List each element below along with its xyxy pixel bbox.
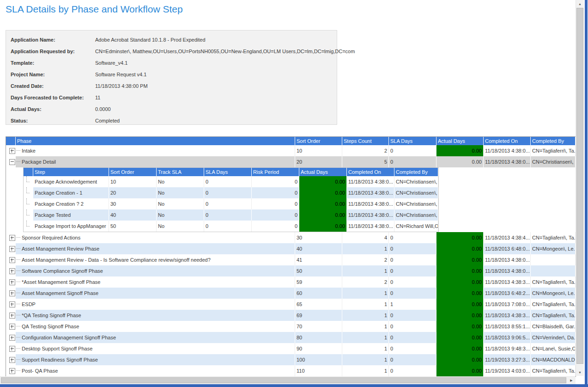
step-row[interactable]: Package Creation - 120No000.0011/18/2013… <box>24 187 438 198</box>
cell-sla-days: 0 <box>204 221 252 232</box>
expand-icon[interactable] <box>9 357 15 363</box>
expand-icon[interactable] <box>9 313 15 319</box>
tree-dots <box>16 282 20 283</box>
expand-icon[interactable] <box>9 257 15 263</box>
step-header-sort-order: Sort Order <box>109 168 157 176</box>
step-row[interactable]: Package Import to AppManager50No000.0011… <box>24 221 438 232</box>
info-row: Application Requested by:CN=Edminster\, … <box>6 45 337 57</box>
expand-icon[interactable] <box>9 368 15 374</box>
cell-actual-days: 0.00 <box>436 299 484 310</box>
step-row[interactable]: Package Creation ? 230No000.0011/18/2013… <box>24 198 438 209</box>
cell-phase: Configuration Management Signoff Phase <box>16 332 295 343</box>
expand-icon[interactable] <box>9 268 15 274</box>
cell-sort-order: 100 <box>295 354 342 365</box>
cell-completed-by: CN=Tagliaferri\, Ta.. <box>531 232 576 243</box>
phase-table-header: PhaseSort OrderSteps CountSLA DaysActual… <box>6 137 576 145</box>
expander-cell <box>6 276 16 288</box>
cell-phase: ESDP <box>16 299 295 310</box>
report-window: SLA Details by Phase and Workflow Step A… <box>0 0 588 387</box>
sla-table: PhaseSort OrderSteps CountSLA DaysActual… <box>6 136 576 377</box>
expand-icon[interactable] <box>9 279 15 285</box>
expand-icon[interactable] <box>9 246 15 252</box>
tree-branch-icon <box>24 221 30 232</box>
phase-row[interactable]: ESDP65110.0011/18/2013 7:08:0...CN=Tagli… <box>6 299 576 310</box>
cell-completed-on: 11/18/2013 8:55:1... <box>484 321 531 332</box>
cell-sla-days: 0 <box>389 332 436 343</box>
info-row: Created Date:11/18/2013 4:38:00 PM <box>6 80 337 92</box>
phase-row[interactable]: QA Testing Signoff Phase70100.0011/18/20… <box>6 321 576 332</box>
scroll-up-icon[interactable]: ▲ <box>576 0 584 7</box>
cell-actual-days: 0.00 <box>436 321 484 332</box>
collapse-icon[interactable] <box>9 159 15 165</box>
tree-dots <box>16 359 20 360</box>
cell-sort-order: 30 <box>109 198 157 209</box>
tree-dots <box>16 150 20 151</box>
phase-row[interactable]: Software Compliance Signoff Phase50100.0… <box>6 265 576 276</box>
cell-risk-period: 0 <box>252 187 299 198</box>
expander-cell <box>6 365 16 376</box>
expander-cell <box>6 156 16 167</box>
expand-icon[interactable] <box>9 290 15 296</box>
cell-track-sla: No <box>157 209 204 221</box>
step-header-sla-days: SLA Days <box>204 168 252 176</box>
cell-completed-on: 11/18/2013 4:38:4... <box>484 232 531 243</box>
expand-icon[interactable] <box>9 301 15 307</box>
cell-actual-days: 0.00 <box>436 365 484 376</box>
expand-icon[interactable] <box>9 324 15 330</box>
info-panel: Application Name:Adobe Acrobat Standard … <box>6 30 337 125</box>
cell-sort-order: 90 <box>295 343 342 354</box>
phase-row[interactable]: Desktop Support Signoff Phase90100.0011/… <box>6 343 576 354</box>
cell-completed-by: CN=Christiansen\, ... <box>394 209 438 221</box>
cell-steps-count: 1 <box>342 243 389 254</box>
horizontal-scroll-thumb[interactable] <box>1 377 566 383</box>
expander-cell <box>6 243 16 254</box>
step-table-header: StepSort OrderTrack SLASLA DaysRisk Peri… <box>24 168 438 176</box>
scroll-right-icon[interactable]: ▶ <box>567 377 576 384</box>
header-phase: Phase <box>16 137 295 145</box>
cell-risk-period: 0 <box>252 176 299 187</box>
cell-steps-count: 4 <box>342 232 389 243</box>
phase-row[interactable]: Asset Management Signoff Phase60100.0011… <box>6 288 576 299</box>
horizontal-scrollbar[interactable]: ▶ <box>0 376 576 384</box>
cell-phase: QA Testing Signoff Phase <box>16 321 295 332</box>
cell-actual-days: 0.00 <box>436 288 484 299</box>
phase-row[interactable]: *QA Testing Signoff Phase69100.0011/18/2… <box>6 310 576 321</box>
expand-icon[interactable] <box>9 346 15 352</box>
step-row[interactable]: Package Acknowledgement10No000.0011/18/2… <box>24 176 438 187</box>
cell-sla-days: 0 <box>389 243 436 254</box>
vertical-scroll-thumb[interactable] <box>576 8 583 364</box>
cell-phase: Desktop Support Signoff Phase <box>16 343 295 354</box>
cell-completed-on: 11/18/2013 6:48:2... <box>484 288 531 299</box>
phase-row[interactable]: Intake10200.0011/18/2013 4:38:0...CN=Tag… <box>6 145 576 156</box>
scroll-down-icon[interactable]: ▼ <box>576 369 584 376</box>
expand-icon[interactable] <box>9 335 15 341</box>
expand-icon[interactable] <box>9 235 15 241</box>
cell-completed-on: 11/18/2013 4:38:3... <box>484 310 531 321</box>
phase-row[interactable]: Asset Management Review - Data - Is Soft… <box>6 254 576 265</box>
expander-cell <box>6 288 16 299</box>
cell-actual-days: 0.00 <box>436 354 484 365</box>
phase-row[interactable]: Asset Management Review Phase40100.0011/… <box>6 243 576 254</box>
cell-completed-on: 11/18/2013 7:08:0... <box>484 299 531 310</box>
cell-completed-on: 11/19/2013 3:27:3... <box>484 354 531 365</box>
phase-row[interactable]: *Asset Management Signoff Phase59200.001… <box>6 276 576 288</box>
vertical-scrollbar[interactable]: ▲ ▼ <box>576 0 584 376</box>
phase-row[interactable]: Post- QA Phase110100.0011/19/2013 4:03:0… <box>6 365 576 376</box>
step-header-actual-days: Actual Days <box>299 168 347 176</box>
phase-row[interactable]: Package Detail20500.0011/18/2013 4:38:0.… <box>6 156 576 167</box>
phase-row[interactable]: Configuration Management Signoff Phase80… <box>6 332 576 343</box>
step-row[interactable]: Package Tested40No000.0011/18/2013 4:38:… <box>24 209 438 221</box>
header-completed-on: Completed On <box>484 137 531 145</box>
phase-row[interactable]: Sponsor Required Actions30400.0011/18/20… <box>6 232 576 243</box>
header-sort-order: Sort Order <box>295 137 342 145</box>
cell-steps-count: 1 <box>342 343 389 354</box>
tree-dots <box>16 270 20 271</box>
cell-track-sla: No <box>157 221 204 232</box>
phase-row[interactable]: Support Readiness Signoff Phase100100.00… <box>6 354 576 365</box>
cell-sort-order: 20 <box>109 187 157 198</box>
tree-dots <box>16 315 20 316</box>
cell-sla-days: 0 <box>389 145 436 156</box>
tree-branch-icon <box>24 198 30 209</box>
expand-icon[interactable] <box>9 148 15 154</box>
cell-sort-order: 10 <box>295 145 342 156</box>
